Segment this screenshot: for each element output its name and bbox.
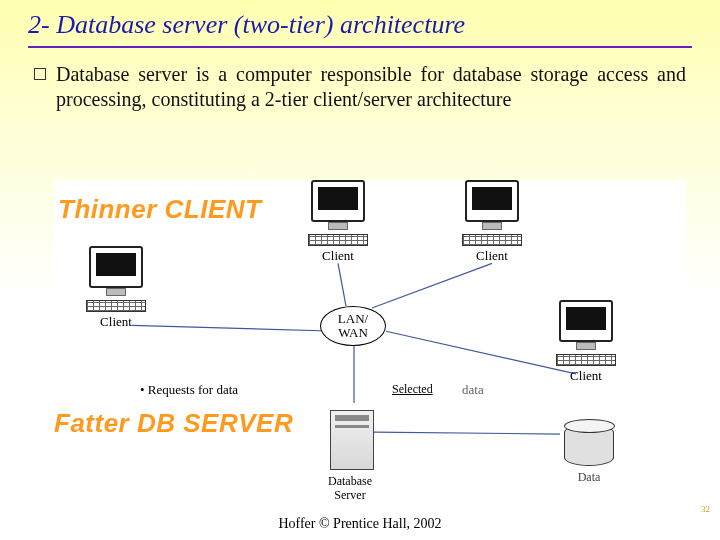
- data-cylinder-icon: [564, 424, 614, 466]
- bullet-icon: [34, 68, 46, 80]
- title-rule: [28, 46, 692, 48]
- keyboard-icon: [86, 300, 146, 312]
- thinner-client-label: Thinner CLIENT: [58, 194, 261, 225]
- client-pc-1: Client: [74, 246, 158, 330]
- stand-icon: [576, 342, 596, 350]
- bullet-row: Database server is a computer responsibl…: [0, 62, 720, 112]
- selected-label: Selected: [392, 382, 433, 397]
- stand-icon: [482, 222, 502, 230]
- requests-label: Requests for data: [140, 382, 238, 398]
- monitor-icon: [465, 180, 519, 222]
- footer-citation: Hoffer © Prentice Hall, 2002: [0, 516, 720, 532]
- svg-line-2: [372, 263, 492, 308]
- lan-wan-node: LAN/ WAN: [320, 306, 386, 346]
- data-cylinder-label: Data: [552, 470, 626, 485]
- client-pc-3: Client: [450, 180, 534, 264]
- lanwan-line2: WAN: [338, 325, 368, 340]
- client-label: Client: [296, 248, 380, 264]
- fatter-server-label: Fatter DB SERVER: [54, 408, 293, 439]
- client-pc-4: Client: [544, 300, 628, 384]
- stand-icon: [328, 222, 348, 230]
- data-text: data: [462, 382, 484, 398]
- keyboard-icon: [308, 234, 368, 246]
- client-label: Client: [74, 314, 158, 330]
- bullet-text: Database server is a computer responsibl…: [56, 62, 686, 112]
- slide-title: 2- Database server (two-tier) architectu…: [0, 0, 720, 44]
- server-tower-icon: [330, 410, 374, 470]
- client-pc-2: Client: [296, 180, 380, 264]
- client-label: Client: [450, 248, 534, 264]
- db-server-line2: Server: [334, 488, 365, 502]
- architecture-diagram: Thinner CLIENT Fatter DB SERVER Client C…: [54, 180, 686, 500]
- keyboard-icon: [462, 234, 522, 246]
- keyboard-icon: [556, 354, 616, 366]
- stand-icon: [106, 288, 126, 296]
- svg-line-1: [338, 263, 346, 306]
- monitor-icon: [559, 300, 613, 342]
- monitor-icon: [89, 246, 143, 288]
- page-number: 32: [701, 504, 710, 514]
- db-server-line1: Database: [328, 474, 372, 488]
- svg-line-0: [132, 325, 338, 331]
- lanwan-line1: LAN/: [338, 311, 368, 326]
- client-label: Client: [544, 368, 628, 384]
- svg-line-5: [374, 432, 560, 434]
- db-server-label: Database Server: [300, 474, 400, 503]
- monitor-icon: [311, 180, 365, 222]
